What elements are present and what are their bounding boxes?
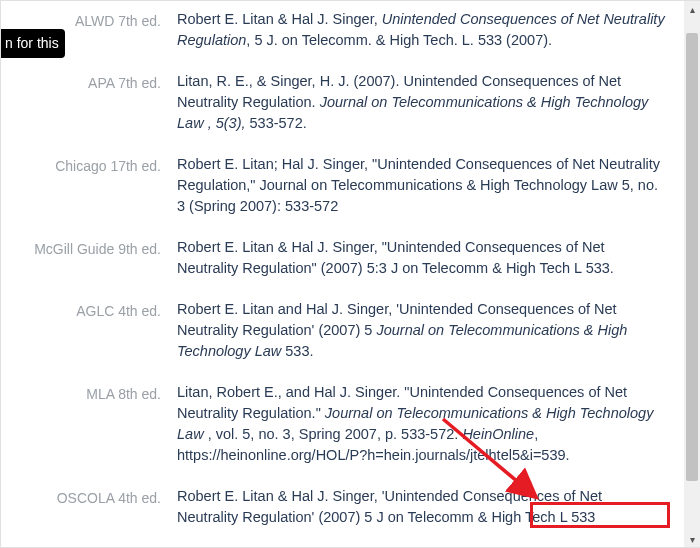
scroll-thumb[interactable] xyxy=(686,33,698,481)
citation-row: AGLC 4th ed.Robert E. Litan and Hal J. S… xyxy=(1,291,666,374)
citation-style-label: ALWD 7th ed. xyxy=(1,9,177,31)
citation-segment: , 5 J. on Telecomm. & High Tech. L. 533 … xyxy=(246,32,552,48)
export-links: Export to RefWorks | Export RIS file | E… xyxy=(1,540,666,548)
citation-row: Chicago 17th ed.Robert E. Litan; Hal J. … xyxy=(1,146,666,229)
citation-text[interactable]: Robert E. Litan & Hal J. Singer, Uninten… xyxy=(177,9,666,51)
annotation-highlight-box xyxy=(530,502,670,528)
citation-text[interactable]: Litan, Robert E., and Hal J. Singer. "Un… xyxy=(177,382,666,466)
citation-row: ALWD 7th ed.Robert E. Litan & Hal J. Sin… xyxy=(1,1,666,63)
citation-segment: 533. xyxy=(281,343,313,359)
citation-style-label: McGill Guide 9th ed. xyxy=(1,237,177,259)
citation-style-label: AGLC 4th ed. xyxy=(1,299,177,321)
citation-segment: Robert E. Litan & Hal J. Singer, "Uninte… xyxy=(177,239,614,276)
citation-text[interactable]: Robert E. Litan; Hal J. Singer, "Uninten… xyxy=(177,154,666,217)
citation-row: APA 7th ed.Litan, R. E., & Singer, H. J.… xyxy=(1,63,666,146)
citation-style-label: Chicago 17th ed. xyxy=(1,154,177,176)
scroll-up-arrow-icon[interactable]: ▴ xyxy=(684,1,700,17)
content-area: ALWD 7th ed.Robert E. Litan & Hal J. Sin… xyxy=(1,1,684,547)
citation-list: ALWD 7th ed.Robert E. Litan & Hal J. Sin… xyxy=(1,1,666,540)
citation-row: McGill Guide 9th ed.Robert E. Litan & Ha… xyxy=(1,229,666,291)
citation-panel: n for this ALWD 7th ed.Robert E. Litan &… xyxy=(0,0,700,548)
citation-segment: Robert E. Litan; Hal J. Singer, "Uninten… xyxy=(177,156,660,214)
citation-text[interactable]: Litan, R. E., & Singer, H. J. (2007). Un… xyxy=(177,71,666,134)
citation-segment: , vol. 5, no. 3, Spring 2007, p. 533-572… xyxy=(204,426,463,442)
citation-row: MLA 8th ed.Litan, Robert E., and Hal J. … xyxy=(1,374,666,478)
scroll-down-arrow-icon[interactable]: ▾ xyxy=(684,531,700,547)
citation-segment: Robert E. Litan & Hal J. Singer, xyxy=(177,11,382,27)
vertical-scrollbar[interactable]: ▴ ▾ xyxy=(684,1,700,547)
citation-title-italic: HeinOnline xyxy=(462,426,534,442)
citation-text[interactable]: Robert E. Litan and Hal J. Singer, 'Unin… xyxy=(177,299,666,362)
citation-style-label: MLA 8th ed. xyxy=(1,382,177,404)
citation-style-label: OSCOLA 4th ed. xyxy=(1,486,177,508)
citation-segment: 533-572. xyxy=(250,115,307,131)
citation-text[interactable]: Robert E. Litan & Hal J. Singer, "Uninte… xyxy=(177,237,666,279)
citation-style-label: APA 7th ed. xyxy=(1,71,177,93)
